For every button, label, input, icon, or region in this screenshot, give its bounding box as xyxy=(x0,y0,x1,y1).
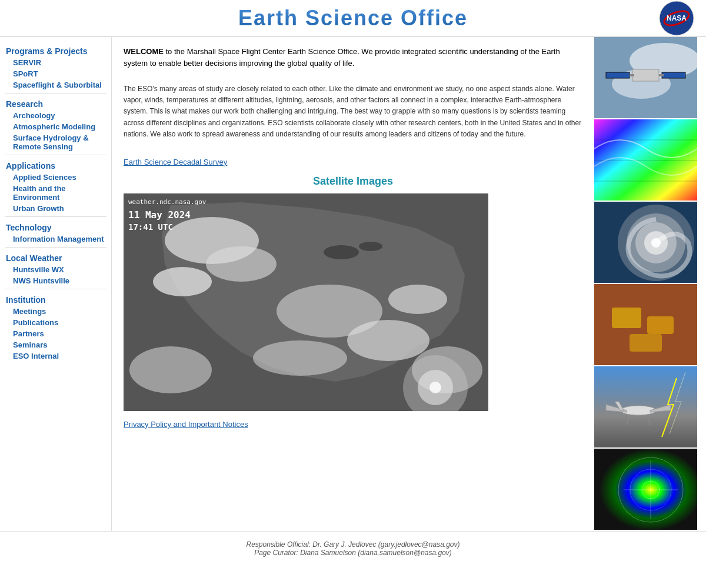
right-image-5 xyxy=(594,366,697,449)
sidebar: Programs & Projects SERVIR SPoRT Spacefl… xyxy=(0,37,112,531)
welcome-rest: to the Marshall Space Flight Center Eart… xyxy=(124,47,560,68)
svg-point-5 xyxy=(359,242,382,251)
privacy-policy-link[interactable]: Privacy Policy and Important Notices xyxy=(124,420,248,429)
svg-rect-28 xyxy=(630,74,634,76)
sidebar-item-information-management[interactable]: Information Management xyxy=(0,233,111,245)
welcome-bold: WELCOME xyxy=(124,47,164,56)
svg-text:11 May 2024: 11 May 2024 xyxy=(128,209,191,220)
welcome-paragraph: WELCOME to the Marshall Space Flight Cen… xyxy=(124,46,582,69)
footer: Responsible Official: Dr. Gary J. Jedlov… xyxy=(0,531,706,566)
svg-point-12 xyxy=(253,340,347,376)
svg-rect-41 xyxy=(594,284,697,366)
page-header: Earth Science Office NASA xyxy=(0,0,706,37)
nav-category-institution: Institution xyxy=(0,292,111,306)
svg-rect-25 xyxy=(632,69,659,81)
sidebar-item-sport[interactable]: SPoRT xyxy=(0,68,111,79)
svg-point-4 xyxy=(324,245,359,259)
svg-rect-27 xyxy=(662,72,685,78)
sidebar-item-partners[interactable]: Partners xyxy=(0,328,111,339)
svg-point-10 xyxy=(347,320,429,361)
svg-rect-26 xyxy=(606,72,630,78)
sidebar-item-archeology[interactable]: Archeology xyxy=(0,110,111,121)
sidebar-item-atmospheric-modeling[interactable]: Atmospheric Modeling xyxy=(0,121,111,132)
right-image-3 xyxy=(594,202,697,284)
svg-rect-29 xyxy=(659,74,664,76)
sidebar-item-health-environment[interactable]: Health and the Environment xyxy=(0,183,111,203)
svg-text:weather.ndc.nasa.gov: weather.ndc.nasa.gov xyxy=(128,198,207,206)
sidebar-item-servir[interactable]: SERVIR xyxy=(0,57,111,68)
nasa-logo: NASA xyxy=(659,1,694,36)
detail-paragraph: The ESO's many areas of study are closel… xyxy=(124,83,582,140)
right-image-6 xyxy=(594,449,697,531)
sidebar-item-urban-growth[interactable]: Urban Growth xyxy=(0,203,111,214)
svg-rect-43 xyxy=(647,316,674,334)
svg-rect-44 xyxy=(630,334,662,352)
footer-curator: Page Curator: Diana Samuelson (diana.sam… xyxy=(9,549,697,557)
sidebar-item-surface-hydrology[interactable]: Surface Hydrology & Remote Sensing xyxy=(0,132,111,152)
main-layout: Programs & Projects SERVIR SPoRT Spacefl… xyxy=(0,37,706,531)
decadal-survey-link[interactable]: Earth Science Decadal Survey xyxy=(124,158,582,166)
satellite-section-title: Satellite Images xyxy=(124,175,582,188)
sidebar-item-publications[interactable]: Publications xyxy=(0,317,111,328)
sidebar-item-eso-internal[interactable]: ESO Internal xyxy=(0,350,111,362)
main-content: WELCOME to the Marshall Space Flight Cen… xyxy=(112,37,594,531)
svg-point-17 xyxy=(429,382,441,393)
svg-point-14 xyxy=(129,346,212,393)
svg-text:NASA: NASA xyxy=(667,14,687,22)
right-image-1 xyxy=(594,37,697,119)
right-image-4 xyxy=(594,284,697,366)
satellite-image: weather.ndc.nasa.gov 11 May 2024 17:41 U… xyxy=(124,193,488,411)
svg-rect-42 xyxy=(612,308,641,328)
sidebar-item-huntsville-wx[interactable]: Huntsville WX xyxy=(0,264,111,275)
right-image-2 xyxy=(594,119,697,202)
nav-category-programs: Programs & Projects xyxy=(0,43,111,57)
site-title: Earth Science Office xyxy=(238,6,468,31)
nav-category-local-weather: Local Weather xyxy=(0,250,111,264)
right-image-panel xyxy=(594,37,697,531)
footer-responsible: Responsible Official: Dr. Gary J. Jedlov… xyxy=(9,540,697,549)
svg-point-7 xyxy=(206,246,277,282)
svg-text:17:41 UTC: 17:41 UTC xyxy=(128,222,173,232)
svg-point-11 xyxy=(388,285,447,314)
sidebar-item-seminars[interactable]: Seminars xyxy=(0,339,111,350)
nav-category-research: Research xyxy=(0,96,111,110)
svg-point-8 xyxy=(153,267,212,296)
sidebar-item-applied-sciences[interactable]: Applied Sciences xyxy=(0,172,111,183)
sidebar-item-nws-huntsville[interactable]: NWS Huntsville xyxy=(0,275,111,286)
sidebar-item-spaceflight[interactable]: Spaceflight & Suborbital xyxy=(0,79,111,91)
nav-category-technology: Technology xyxy=(0,219,111,233)
nav-category-applications: Applications xyxy=(0,158,111,172)
sidebar-item-meetings[interactable]: Meetings xyxy=(0,306,111,317)
